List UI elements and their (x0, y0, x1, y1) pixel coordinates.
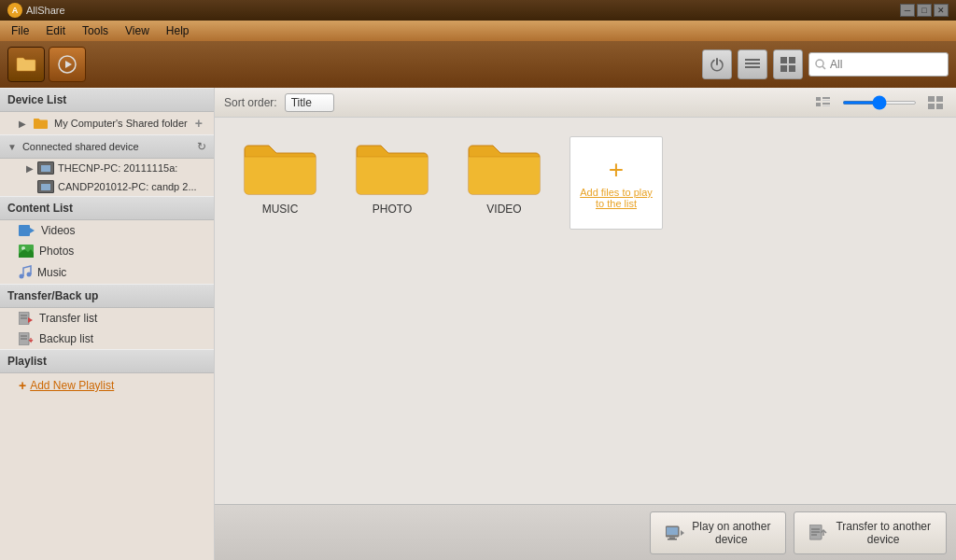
music-icon (19, 265, 32, 280)
backup-icon (19, 332, 34, 345)
content-area: Sort order: Title Date Size Type (215, 88, 956, 560)
sidebar-item-backup-list[interactable]: Backup list (0, 329, 214, 349)
menu-bar: File Edit Tools View Help (0, 21, 956, 41)
close-button[interactable]: ✕ (934, 4, 949, 17)
menu-help[interactable]: Help (159, 22, 197, 39)
minimize-button[interactable]: ─ (900, 4, 915, 17)
maximize-button[interactable]: □ (917, 4, 932, 17)
play-another-device-text: Play on another device (692, 520, 770, 546)
sort-select[interactable]: Title Date Size Type (285, 93, 334, 112)
add-shared-folder-button[interactable]: + (193, 116, 204, 131)
device-list-header: Device List (0, 88, 214, 112)
list-view-button[interactable] (738, 49, 767, 79)
svg-point-16 (20, 274, 24, 279)
add-playlist-button[interactable]: + Add New Playlist (0, 373, 214, 398)
thumbnail-large-icon (928, 96, 943, 109)
folder-button[interactable] (7, 47, 45, 82)
file-grid: MUSIC PHOTO (215, 118, 956, 504)
menu-file[interactable]: File (4, 22, 36, 39)
add-files-label: Add files to playto the list (580, 187, 653, 209)
menu-tools[interactable]: Tools (75, 22, 116, 39)
menu-view[interactable]: View (118, 22, 157, 39)
svg-rect-25 (816, 97, 821, 101)
svg-rect-37 (669, 537, 675, 539)
svg-marker-21 (28, 317, 33, 323)
svg-marker-39 (681, 530, 684, 536)
videos-icon (19, 224, 35, 237)
device-candp[interactable]: ▶ CANDP201012-PC: candp 2... (0, 177, 214, 196)
svg-rect-38 (668, 539, 677, 540)
transfer-icon (19, 312, 34, 325)
folder-photo-icon (355, 136, 429, 197)
svg-rect-33 (928, 104, 935, 109)
svg-marker-12 (30, 228, 35, 233)
transfer-another-device-text: Transfer to another device (836, 520, 931, 546)
photos-icon (19, 245, 34, 258)
folder-video-label: VIDEO (486, 203, 521, 216)
sidebar-item-transfer-list[interactable]: Transfer list (0, 308, 214, 329)
thumbnail-small-button[interactable] (812, 91, 835, 114)
svg-rect-4 (745, 66, 760, 68)
svg-rect-11 (19, 225, 30, 236)
title-text: AllShare (26, 5, 65, 16)
main-layout: Device List ▶ My Computer's Shared folde… (0, 88, 956, 560)
svg-rect-32 (936, 96, 943, 102)
power-button[interactable] (702, 49, 732, 79)
add-files-plus-icon: + (609, 157, 624, 183)
folder-video-icon (467, 136, 541, 197)
content-toolbar: Sort order: Title Date Size Type (215, 88, 956, 118)
play-button[interactable] (49, 47, 86, 82)
connected-device-header: ▼ Connected shared device ↻ (0, 134, 214, 159)
content-list-header: Content List (0, 196, 214, 220)
zoom-slider[interactable] (842, 101, 917, 105)
thumbnail-small-icon (816, 96, 831, 109)
folder-music-icon (243, 136, 317, 197)
svg-rect-8 (789, 65, 795, 72)
search-box[interactable] (808, 52, 949, 77)
svg-point-9 (816, 60, 823, 67)
add-files-card[interactable]: + Add files to playto the list (569, 136, 663, 230)
refresh-button[interactable]: ↻ (197, 140, 206, 153)
svg-rect-31 (928, 96, 935, 102)
connected-expand-arrow: ▼ (7, 142, 17, 152)
folder-icon (34, 118, 49, 130)
svg-rect-2 (745, 59, 760, 61)
transfer-device-icon (809, 525, 828, 541)
sidebar-item-music[interactable]: Music (0, 261, 214, 284)
thumbnail-large-button[interactable] (924, 91, 947, 114)
svg-rect-26 (816, 103, 821, 106)
device-icon-candp (37, 180, 54, 193)
folder-video[interactable]: VIDEO (457, 136, 551, 230)
menu-edit[interactable]: Edit (38, 22, 73, 39)
play-another-device-button[interactable]: Play on another device (650, 511, 786, 554)
folder-music[interactable]: MUSIC (233, 136, 327, 230)
title-bar-left: A AllShare (7, 3, 65, 18)
window-controls[interactable]: ─ □ ✕ (900, 4, 949, 17)
search-input[interactable] (830, 58, 942, 71)
svg-rect-36 (667, 527, 678, 535)
toolbar-right (702, 49, 949, 79)
toolbar (0, 41, 956, 88)
sidebar-item-photos[interactable]: Photos (0, 241, 214, 261)
svg-rect-6 (789, 57, 795, 63)
sidebar-item-videos[interactable]: Videos (0, 220, 214, 241)
plus-icon: + (19, 378, 26, 393)
play-device-icon (666, 525, 684, 541)
svg-rect-27 (822, 97, 830, 99)
sort-label: Sort order: (224, 96, 277, 109)
device-icon-thecnp (37, 161, 54, 175)
add-playlist-label: Add New Playlist (30, 379, 114, 392)
device-thecnp[interactable]: ▶ THECNP-PC: 20111115a: (0, 159, 214, 177)
folder-photo[interactable]: PHOTO (345, 136, 439, 230)
grid-view-button[interactable] (773, 49, 803, 79)
expand-device-arrow: ▶ (26, 163, 34, 174)
svg-line-10 (822, 66, 825, 69)
svg-rect-34 (936, 104, 943, 109)
svg-rect-5 (780, 57, 787, 63)
playlist-header: Playlist (0, 349, 214, 373)
transfer-another-device-button[interactable]: Transfer to another device (794, 511, 947, 554)
svg-rect-7 (780, 65, 787, 72)
transfer-header: Transfer/Back up (0, 284, 214, 308)
app-icon: A (7, 3, 22, 18)
sidebar-item-shared-folder[interactable]: ▶ My Computer's Shared folder + (0, 112, 214, 134)
